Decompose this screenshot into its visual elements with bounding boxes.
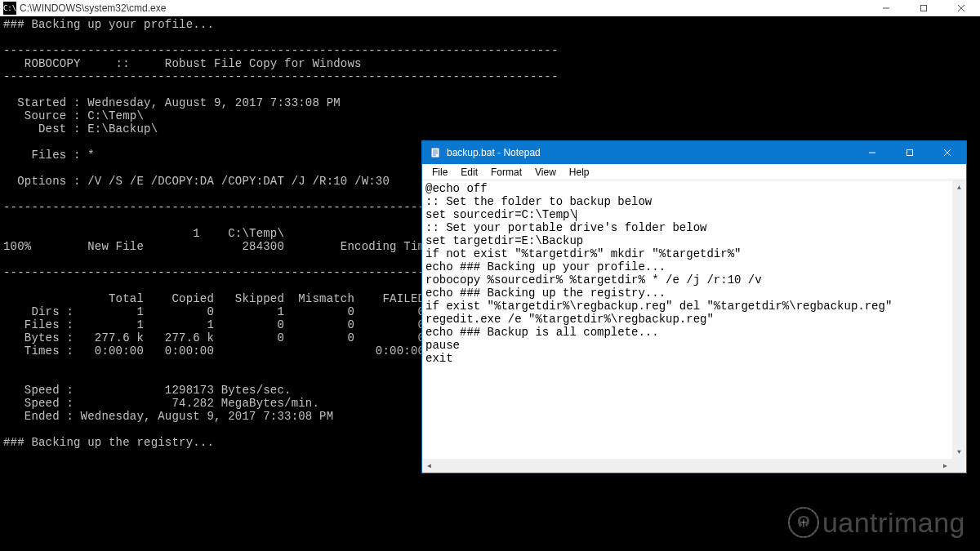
cmd-icon: C:\ [3,2,16,15]
minimize-button[interactable] [867,0,905,16]
text-before-caret: @echo off :: Set the folder to backup be… [425,182,652,221]
maximize-button[interactable] [891,141,929,164]
notepad-title: backup.bat - Notepad [447,147,541,158]
maximize-button[interactable] [905,0,942,16]
cmd-title: C:\WINDOWS\system32\cmd.exe [20,2,166,14]
notepad-textarea[interactable]: @echo off :: Set the folder to backup be… [422,180,966,473]
notepad-icon [429,146,442,159]
menu-format[interactable]: Format [484,165,528,180]
scroll-corner [952,459,966,473]
svg-rect-10 [907,150,913,156]
close-button[interactable] [929,141,966,164]
notepad-menubar: File Edit Format View Help [422,164,966,180]
minimize-button[interactable] [853,141,891,164]
scroll-right-icon[interactable]: ▶ [938,459,952,473]
menu-help[interactable]: Help [563,165,596,180]
menu-edit[interactable]: Edit [454,165,484,180]
svg-rect-4 [431,148,439,158]
vertical-scrollbar[interactable]: ▲ ▼ [952,180,966,459]
text-caret [576,210,577,221]
scroll-down-icon[interactable]: ▼ [952,445,966,459]
cmd-titlebar[interactable]: C:\ C:\WINDOWS\system32\cmd.exe [0,0,980,16]
scroll-left-icon[interactable]: ◀ [422,459,436,473]
notepad-titlebar[interactable]: backup.bat - Notepad [422,141,966,164]
text-after-caret: :: Set your portable drive's folder belo… [425,221,892,365]
scroll-up-icon[interactable]: ▲ [952,180,966,194]
horizontal-scrollbar[interactable]: ◀ ▶ [422,459,952,473]
notepad-window: backup.bat - Notepad File Edit Format Vi… [421,140,967,473]
svg-rect-1 [921,6,927,11]
menu-view[interactable]: View [528,165,563,180]
menu-file[interactable]: File [425,165,454,180]
close-button[interactable] [942,0,980,16]
